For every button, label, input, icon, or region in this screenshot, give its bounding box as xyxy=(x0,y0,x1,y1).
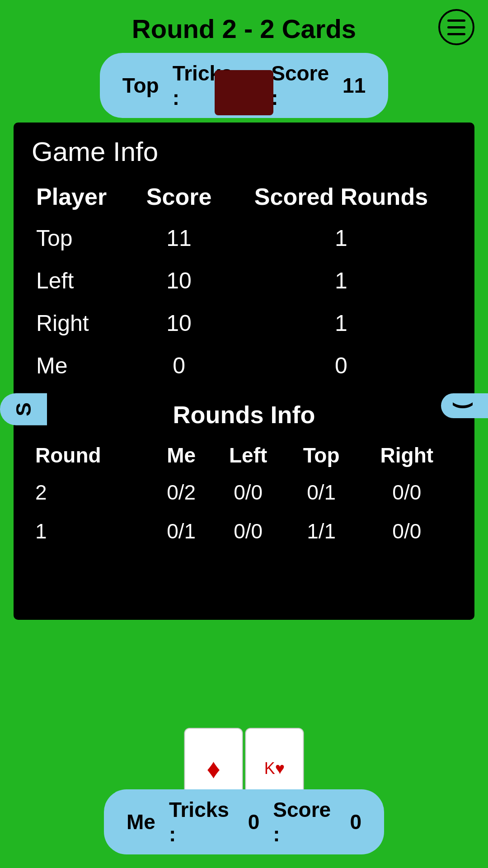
player-score: 10 xyxy=(132,302,226,344)
menu-line-3 xyxy=(447,33,465,35)
header: Round 2 - 2 Cards xyxy=(0,0,488,48)
round-top: 1/1 xyxy=(286,512,357,551)
round-right: 0/0 xyxy=(357,473,456,512)
top-score-value: 11 xyxy=(343,73,366,98)
col-top: Top xyxy=(286,438,357,473)
rounds-table: Round Me Left Top Right 2 0/2 0/0 0/1 0/… xyxy=(32,438,456,551)
round-right: 0/0 xyxy=(357,512,456,551)
player-score: 11 xyxy=(132,217,226,259)
game-info-panel: Game Info Player Score Scored Rounds Top… xyxy=(14,123,474,620)
round-me: 0/2 xyxy=(151,473,211,512)
col-left: Left xyxy=(211,438,286,473)
table-row: Me 0 0 xyxy=(32,344,456,387)
me-tricks-value: 0 xyxy=(248,810,260,834)
col-score: Score xyxy=(132,176,226,217)
round-number: 1 xyxy=(32,512,151,551)
card-2-value: K♥ xyxy=(264,759,285,778)
col-right: Right xyxy=(357,438,456,473)
round-number: 2 xyxy=(32,473,151,512)
table-row: Right 10 1 xyxy=(32,302,456,344)
table-row: Left 10 1 xyxy=(32,259,456,302)
me-score-value: 0 xyxy=(350,810,361,834)
round-left: 0/0 xyxy=(211,473,286,512)
player-scored-rounds: 1 xyxy=(226,302,456,344)
menu-line-2 xyxy=(447,26,465,28)
left-player-bar: S xyxy=(0,393,47,425)
round-me: 0/1 xyxy=(151,512,211,551)
table-row: 2 0/2 0/0 0/1 0/0 xyxy=(32,473,456,512)
right-player-bar: ) xyxy=(441,393,488,418)
menu-button[interactable] xyxy=(438,9,474,45)
player-name: Right xyxy=(32,302,132,344)
player-scored-rounds: 1 xyxy=(226,217,456,259)
score-table-header-row: Player Score Scored Rounds xyxy=(32,176,456,217)
player-name: Left xyxy=(32,259,132,302)
col-player: Player xyxy=(32,176,132,217)
me-player-name: Me xyxy=(127,810,155,834)
round-left: 0/0 xyxy=(211,512,286,551)
round-top: 0/1 xyxy=(286,473,357,512)
player-scored-rounds: 1 xyxy=(226,259,456,302)
player-scored-rounds: 0 xyxy=(226,344,456,387)
left-score-indicator: S xyxy=(12,402,35,416)
me-player-info: Me Tricks : 0 Score : 0 xyxy=(104,789,384,854)
rounds-table-header-row: Round Me Left Top Right xyxy=(32,438,456,473)
col-me: Me xyxy=(151,438,211,473)
me-score-label: Score : xyxy=(273,797,336,846)
player-score: 10 xyxy=(132,259,226,302)
page-title: Round 2 - 2 Cards xyxy=(132,14,356,44)
top-score-label: Score : xyxy=(271,61,329,110)
player-score: 0 xyxy=(132,344,226,387)
deck-card-thumbnail xyxy=(215,70,273,115)
table-row: Top 11 1 xyxy=(32,217,456,259)
game-info-title: Game Info xyxy=(32,136,456,167)
player-name: Me xyxy=(32,344,132,387)
score-table: Player Score Scored Rounds Top 11 1 Left… xyxy=(32,176,456,387)
bottom-me-bar: Me Tricks : 0 Score : 0 xyxy=(104,789,384,854)
col-round: Round xyxy=(32,438,151,473)
player-name: Top xyxy=(32,217,132,259)
table-row: 1 0/1 0/0 1/1 0/0 xyxy=(32,512,456,551)
top-player-name: Top xyxy=(122,73,159,98)
menu-line-1 xyxy=(447,19,465,22)
card-1-suit: ♦ xyxy=(206,753,221,784)
col-scored-rounds: Scored Rounds xyxy=(226,176,456,217)
me-tricks-label: Tricks : xyxy=(169,797,235,846)
rounds-info-title: Rounds Info xyxy=(32,401,456,429)
right-score-indicator: ) xyxy=(453,402,476,409)
